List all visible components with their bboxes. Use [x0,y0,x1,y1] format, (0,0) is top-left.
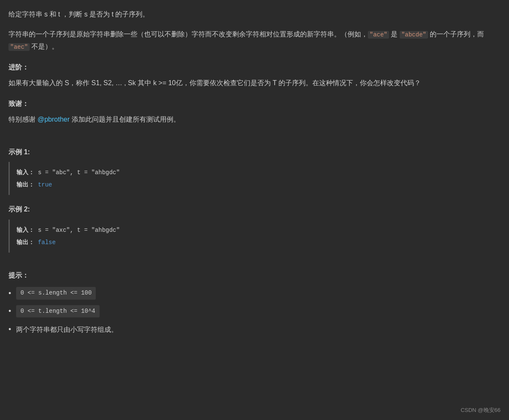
intro-text: 给定字符串 s 和 t ，判断 s 是否为 t 的子序列。 [8,8,501,20]
example2-title: 示例 2: [8,203,501,215]
hint-list: • 0 <= s.length <= 100 • 0 <= t.length <… [8,287,501,336]
example1-input-row: 输入： s = "abc", t = "ahbgdc" [17,166,494,178]
def-part4: 不是）。 [30,43,58,50]
hint3-text: 两个字符串都只由小写字符组成。 [16,324,118,335]
bullet-1: • [8,287,11,300]
example2-output-value: false [38,239,56,246]
thanks-link[interactable]: @pbrother [37,116,70,123]
example2-input-label: 输入： [17,226,34,233]
def-code1: "ace" [368,31,389,39]
thanks-after: 添加此问题并且创建所有测试用例。 [70,116,180,123]
def-part3: 的一个子序列，而 [428,31,484,38]
thanks-title: 致谢： [8,98,501,109]
bullet-3: • [8,323,11,336]
spacer2 [8,261,501,270]
spacer1 [8,138,501,146]
hint-item-3: • 两个字符串都只由小写字符组成。 [8,323,501,336]
example1-input-value: s = "abc", t = "ahbgdc" [38,169,120,176]
example1-output-value: true [38,181,52,188]
thanks-text: 特别感谢 @pbrother 添加此问题并且创建所有测试用例。 [8,114,501,125]
hint-item-1: • 0 <= s.length <= 100 [8,287,501,300]
thanks-before: 特别感谢 [8,116,37,123]
example1-input-label: 输入： [17,169,34,175]
example2-output-row: 输出： false [17,236,494,248]
example1-output-label: 输出： [17,181,34,188]
hint2-code: 0 <= t.length <= 10^4 [16,305,99,318]
watermark: CSDN @晚安66 [461,406,501,415]
hint1-code: 0 <= s.length <= 100 [16,287,96,300]
def-code2: "abcde" [400,31,428,39]
example1-title: 示例 1: [8,146,501,158]
def-code3: "aec" [8,43,30,51]
example2-input-value: s = "axc", t = "ahbgdc" [38,227,120,234]
bullet-2: • [8,305,11,318]
advance-title: 进阶： [8,61,501,73]
example2-block: 输入： s = "axc", t = "ahbgdc" 输出： false [8,220,501,253]
definition-text: 字符串的一个子序列是原始字符串删除一些（也可以不删除）字符而不改变剩余字符相对位… [8,28,501,53]
advance-text: 如果有大量输入的 S，称作 S1, S2, … , Sk 其中 k >= 10亿… [8,77,501,89]
hints-title: 提示： [8,270,501,281]
hint-item-2: • 0 <= t.length <= 10^4 [8,305,501,318]
example1-block: 输入： s = "abc", t = "ahbgdc" 输出： true [8,162,501,195]
def-part2: 是 [389,31,400,38]
example1-output-row: 输出： true [17,178,494,191]
example2-output-label: 输出： [17,239,34,245]
def-part1: 字符串的一个子序列是原始字符串删除一些（也可以不删除）字符而不改变剩余字符相对位… [8,31,368,38]
example2-input-row: 输入： s = "axc", t = "ahbgdc" [17,224,494,236]
